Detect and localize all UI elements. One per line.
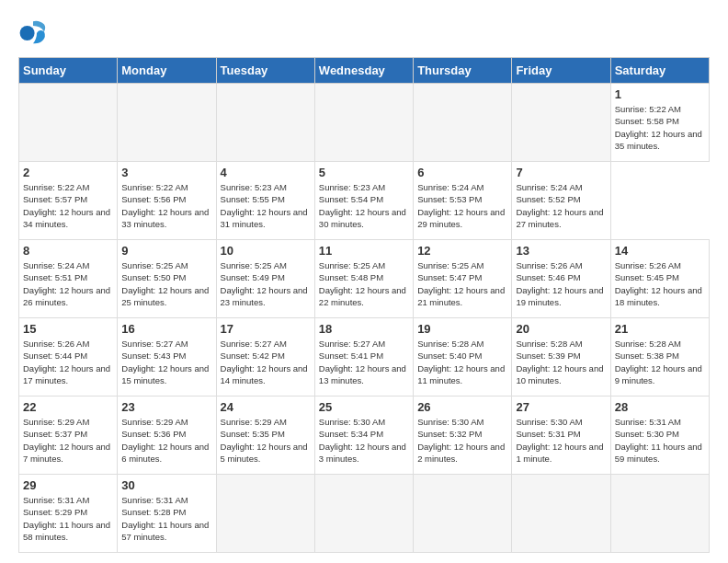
svg-point-0 [20, 26, 35, 40]
calendar-cell-empty [512, 475, 610, 553]
calendar-cell-day-4: 4Sunrise: 5:23 AMSunset: 5:55 PMDaylight… [216, 162, 314, 240]
calendar-week-row: 8Sunrise: 5:24 AMSunset: 5:51 PMDaylight… [19, 240, 710, 318]
calendar-cell-day-9: 9Sunrise: 5:25 AMSunset: 5:50 PMDaylight… [118, 240, 216, 318]
calendar-cell-day-29: 29Sunrise: 5:31 AMSunset: 5:29 PMDayligh… [19, 475, 118, 553]
page-header [18, 18, 710, 48]
column-header-monday: Monday [118, 58, 216, 84]
calendar-cell-empty [19, 84, 118, 162]
calendar-cell-day-17: 17Sunrise: 5:27 AMSunset: 5:42 PMDayligh… [216, 318, 314, 396]
calendar-cell-day-27: 27Sunrise: 5:30 AMSunset: 5:31 PMDayligh… [512, 396, 610, 475]
calendar-cell-empty [414, 475, 512, 553]
calendar-cell-day-26: 26Sunrise: 5:30 AMSunset: 5:32 PMDayligh… [414, 396, 512, 475]
calendar-cell-empty [414, 84, 512, 162]
calendar-header-row: SundayMondayTuesdayWednesdayThursdayFrid… [19, 58, 710, 84]
calendar-cell-day-5: 5Sunrise: 5:23 AMSunset: 5:54 PMDaylight… [314, 162, 413, 240]
calendar-cell-empty [216, 475, 314, 553]
calendar-cell-day-28: 28Sunrise: 5:31 AMSunset: 5:30 PMDayligh… [610, 396, 709, 475]
calendar-cell-day-30: 30Sunrise: 5:31 AMSunset: 5:28 PMDayligh… [118, 475, 216, 553]
calendar-cell-day-10: 10Sunrise: 5:25 AMSunset: 5:49 PMDayligh… [216, 240, 314, 318]
calendar-cell-day-16: 16Sunrise: 5:27 AMSunset: 5:43 PMDayligh… [118, 318, 216, 396]
calendar-cell-day-13: 13Sunrise: 5:26 AMSunset: 5:46 PMDayligh… [512, 240, 610, 318]
calendar-week-row: 1Sunrise: 5:22 AMSunset: 5:58 PMDaylight… [19, 84, 710, 162]
calendar-cell-day-8: 8Sunrise: 5:24 AMSunset: 5:51 PMDaylight… [19, 240, 118, 318]
calendar-cell-empty [610, 475, 709, 553]
calendar-cell-empty [216, 84, 314, 162]
calendar-cell-day-15: 15Sunrise: 5:26 AMSunset: 5:44 PMDayligh… [19, 318, 118, 396]
calendar-cell-day-20: 20Sunrise: 5:28 AMSunset: 5:39 PMDayligh… [512, 318, 610, 396]
column-header-sunday: Sunday [19, 58, 118, 84]
calendar-week-row: 2Sunrise: 5:22 AMSunset: 5:57 PMDaylight… [19, 162, 710, 240]
calendar-table: SundayMondayTuesdayWednesdayThursdayFrid… [18, 57, 710, 553]
calendar-cell-day-21: 21Sunrise: 5:28 AMSunset: 5:38 PMDayligh… [610, 318, 709, 396]
column-header-saturday: Saturday [610, 58, 709, 84]
column-header-friday: Friday [512, 58, 610, 84]
calendar-week-row: 29Sunrise: 5:31 AMSunset: 5:29 PMDayligh… [19, 475, 710, 553]
column-header-thursday: Thursday [414, 58, 512, 84]
calendar-cell-empty [314, 475, 413, 553]
calendar-cell-day-23: 23Sunrise: 5:29 AMSunset: 5:36 PMDayligh… [118, 396, 216, 475]
calendar-cell-day-22: 22Sunrise: 5:29 AMSunset: 5:37 PMDayligh… [19, 396, 118, 475]
calendar-cell-day-7: 7Sunrise: 5:24 AMSunset: 5:52 PMDaylight… [512, 162, 610, 240]
calendar-week-row: 22Sunrise: 5:29 AMSunset: 5:37 PMDayligh… [19, 396, 710, 475]
column-header-tuesday: Tuesday [216, 58, 314, 84]
calendar-cell-day-25: 25Sunrise: 5:30 AMSunset: 5:34 PMDayligh… [314, 396, 413, 475]
calendar-cell-day-14: 14Sunrise: 5:26 AMSunset: 5:45 PMDayligh… [610, 240, 709, 318]
column-header-wednesday: Wednesday [314, 58, 413, 84]
calendar-cell-day-6: 6Sunrise: 5:24 AMSunset: 5:53 PMDaylight… [414, 162, 512, 240]
calendar-week-row: 15Sunrise: 5:26 AMSunset: 5:44 PMDayligh… [19, 318, 710, 396]
calendar-cell-day-24: 24Sunrise: 5:29 AMSunset: 5:35 PMDayligh… [216, 396, 314, 475]
logo-icon [18, 18, 48, 48]
calendar-cell-day-2: 2Sunrise: 5:22 AMSunset: 5:57 PMDaylight… [19, 162, 118, 240]
calendar-cell-day-19: 19Sunrise: 5:28 AMSunset: 5:40 PMDayligh… [414, 318, 512, 396]
calendar-cell-day-3: 3Sunrise: 5:22 AMSunset: 5:56 PMDaylight… [118, 162, 216, 240]
logo [18, 18, 51, 48]
calendar-cell-empty [314, 84, 413, 162]
calendar-cell-day-18: 18Sunrise: 5:27 AMSunset: 5:41 PMDayligh… [314, 318, 413, 396]
calendar-cell-day-12: 12Sunrise: 5:25 AMSunset: 5:47 PMDayligh… [414, 240, 512, 318]
calendar-cell-empty [512, 84, 610, 162]
calendar-cell-day-1: 1Sunrise: 5:22 AMSunset: 5:58 PMDaylight… [610, 84, 709, 162]
calendar-cell-empty [118, 84, 216, 162]
calendar-cell-day-11: 11Sunrise: 5:25 AMSunset: 5:48 PMDayligh… [314, 240, 413, 318]
